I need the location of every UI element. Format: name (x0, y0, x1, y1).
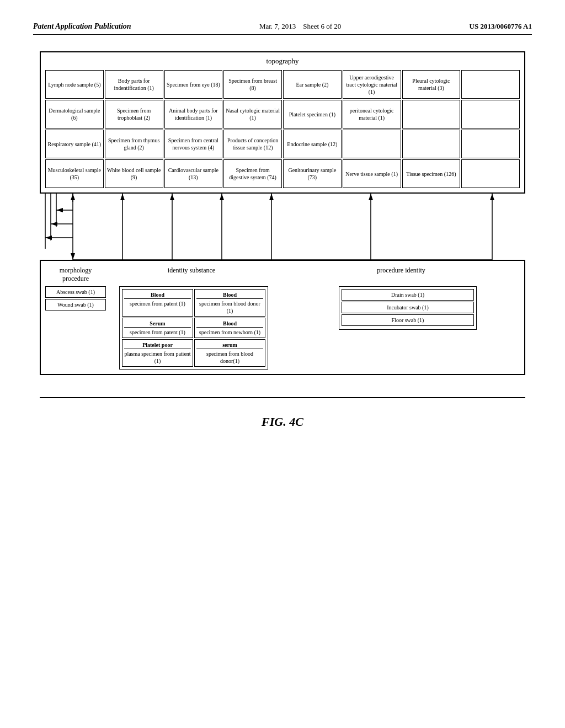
topo-cell-platelet: Platelet specimen (1) (283, 100, 342, 129)
topo-cell-derm: Dermatological sample (6) (45, 100, 104, 129)
svg-marker-15 (490, 194, 494, 200)
connector-svg (40, 194, 525, 260)
topography-label: topography (45, 57, 520, 66)
identity-row2: Serum specimen from patent (1) Blood spe… (122, 318, 265, 338)
morphology-abscess: Abscess swab (1) (45, 286, 106, 298)
procedure-drain: Drain swab (1) (342, 289, 474, 301)
procedure-floor: Floor swab (1) (342, 314, 474, 326)
topo-cell-nerve: Nerve tissue sample (1) (343, 159, 401, 188)
procedure-identity-col: Drain swab (1) Incubator swab (1) Floor … (339, 286, 477, 330)
svg-marker-17 (56, 208, 63, 212)
topo-cell-tissue: Tissue specimen (126) (402, 159, 461, 188)
svg-marker-5 (120, 194, 125, 200)
topo-cell-conception: Products of conception tissue sample (12… (223, 130, 282, 158)
topo-cell-thymus: Specimen from thymus gland (2) (105, 130, 163, 158)
topo-cell-empty7 (461, 159, 520, 188)
topo-cell-animal: Animal body parts for identification (1) (164, 100, 223, 129)
header-left: Patent Application Publication (33, 22, 131, 31)
header-center: Mar. 7, 2013 Sheet 6 of 20 (259, 22, 341, 31)
svg-marker-9 (220, 194, 224, 200)
svg-marker-13 (369, 194, 373, 200)
topo-cell-peritoneal: peritoneal cytologic material (1) (343, 100, 401, 129)
topo-cell-empty6 (461, 130, 520, 158)
connector-area (40, 194, 525, 260)
topo-cell-nasal: Nasal cytologic material (1) (223, 100, 282, 129)
morphology-col: Abscess swab (1) Wound swab (1) (45, 286, 106, 312)
header-date: Mar. 7, 2013 (259, 22, 296, 30)
topo-cell-central: Specimen from central nervous system (4) (164, 130, 223, 158)
morphology-label: morphology procedure (45, 265, 106, 284)
topo-cell-eye: Specimen from eye (18) (164, 70, 223, 99)
svg-marker-7 (170, 194, 174, 200)
topo-cell-empty5 (402, 130, 461, 158)
topo-cell-upper: Upper aerodigestive tract cytologic mate… (343, 70, 401, 99)
diagram-area: topography Lymph node sample (5) Body pa… (40, 51, 525, 398)
procedure-label: procedure identity (332, 265, 470, 284)
topo-cell-empty3 (461, 100, 520, 129)
svg-marker-3 (71, 194, 75, 200)
page: Patent Application Publication Mar. 7, 2… (0, 0, 565, 728)
topo-cell-troph: Specimen from trophoblast (2) (105, 100, 163, 129)
topo-cell-breast: Specimen from breast (8) (223, 70, 282, 99)
identity-substance-col: Blood specimen from patent (1) Blood spe… (119, 286, 268, 370)
topo-cell-empty4 (343, 130, 401, 158)
identity-row3: Platelet poor plasma specimen from patie… (122, 339, 265, 367)
figure-label: FIG. 4C (33, 415, 532, 429)
topo-cell-ear: Ear sample (2) (283, 70, 342, 99)
topo-cell-resp: Respiratory sample (41) (45, 130, 104, 158)
topo-cell-cardiovasc: Cardiovascular sample (13) (164, 159, 223, 188)
svg-marker-26 (71, 253, 75, 260)
topo-cell-pleural: Pleural cytologic material (3) (402, 70, 461, 99)
header: Patent Application Publication Mar. 7, 2… (33, 22, 532, 35)
topo-cell-digestive: Specimen from digestive system (74) (223, 159, 282, 188)
header-sheet: Sheet 6 of 20 (303, 22, 341, 30)
topo-cell-wbc: White blood cell sample (9) (105, 159, 163, 188)
topo-cell-endocrine: Endocrine sample (12) (283, 130, 342, 158)
topography-section: topography Lymph node sample (5) Body pa… (40, 51, 525, 194)
topo-cell-empty2 (402, 100, 461, 129)
identity-row1: Blood specimen from patent (1) Blood spe… (122, 289, 265, 317)
topo-cell-lymphnode: Lymph node sample (5) (45, 70, 104, 99)
morphology-wound: Wound swab (1) (45, 299, 106, 311)
topo-cell-musculo: Musculoskeletal sample (35) (45, 159, 104, 188)
procedure-incubator: Incubator swab (1) (342, 302, 474, 313)
topo-cell-genitourinary: Genitourinary sample (73) (283, 159, 342, 188)
svg-marker-11 (269, 194, 274, 200)
bottom-section: morphology procedure identity substance … (40, 260, 525, 375)
identity-label: identity substance (117, 265, 266, 284)
header-right: US 2013/0060776 A1 (470, 22, 532, 31)
topography-grid: Lymph node sample (5) Body parts for ind… (45, 70, 520, 188)
topo-cell-bodyparts: Body parts for indentification (1) (105, 70, 163, 99)
topo-cell-empty1 (461, 70, 520, 99)
